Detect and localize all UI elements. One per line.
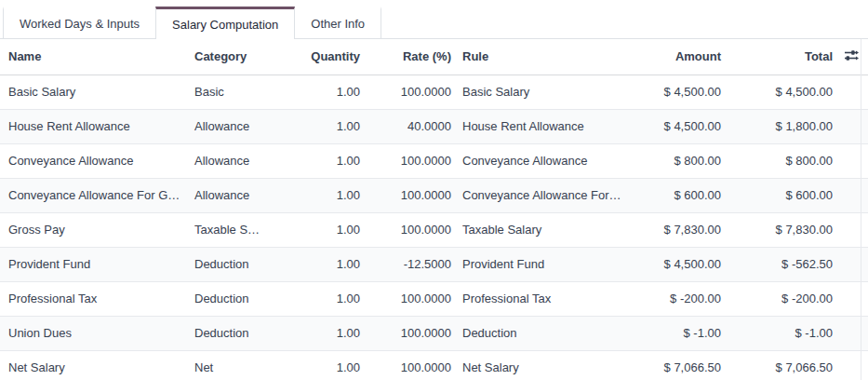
category-cell: Taxable S… <box>186 212 288 247</box>
rate-cell: 100.0000 <box>363 316 454 350</box>
rule-name-cell: Basic Salary <box>0 75 186 109</box>
rule-cell: Provident Fund <box>454 247 631 281</box>
row-icon-spacer <box>835 350 868 380</box>
rule-name-cell: Gross Pay <box>0 212 186 247</box>
table-row[interactable]: Conveyance Allowance For G… Allowance 1.… <box>0 178 868 212</box>
row-icon-spacer <box>835 143 868 178</box>
rule-name-cell: Union Dues <box>0 316 186 350</box>
rule-name-cell: Professional Tax <box>0 281 186 316</box>
quantity-cell: 1.00 <box>288 75 363 109</box>
category-cell: Net <box>186 350 288 380</box>
amount-cell: $ -200.00 <box>631 281 724 316</box>
category-cell: Basic <box>186 75 288 109</box>
amount-cell: $ 4,500.00 <box>631 247 724 281</box>
amount-cell: $ 600.00 <box>631 178 724 212</box>
row-icon-spacer <box>835 212 868 247</box>
rule-name-cell: Conveyance Allowance For G… <box>0 178 186 212</box>
rate-cell: 100.0000 <box>363 75 454 109</box>
optional-columns-button[interactable] <box>835 39 868 75</box>
column-options-sliders-icon[interactable] <box>844 48 860 65</box>
rate-cell: 40.0000 <box>363 109 454 143</box>
total-cell: $ 1,800.00 <box>724 109 835 143</box>
row-icon-spacer <box>835 247 868 281</box>
category-cell: Deduction <box>186 281 288 316</box>
table-row[interactable]: Professional Tax Deduction 1.00 100.0000… <box>0 281 868 316</box>
table-row[interactable]: Basic Salary Basic 1.00 100.0000 Basic S… <box>0 75 868 109</box>
quantity-cell: 1.00 <box>288 212 363 247</box>
quantity-cell: 1.00 <box>288 350 363 380</box>
row-icon-spacer <box>835 316 868 350</box>
quantity-cell: 1.00 <box>288 143 363 178</box>
table-row[interactable]: Union Dues Deduction 1.00 100.0000 Deduc… <box>0 316 868 350</box>
quantity-cell: 1.00 <box>288 109 363 143</box>
category-cell: Allowance <box>186 143 288 178</box>
rate-cell: 100.0000 <box>363 178 454 212</box>
rule-cell: House Rent Allowance <box>454 109 631 143</box>
amount-cell: $ 7,066.50 <box>631 350 724 380</box>
total-cell: $ -562.50 <box>724 247 835 281</box>
tab-other-info[interactable]: Other Info <box>294 7 381 38</box>
tab-salary-computation[interactable]: Salary Computation <box>155 7 295 39</box>
rule-name-cell: Net Salary <box>0 350 186 380</box>
amount-cell: $ 7,830.00 <box>631 212 724 247</box>
total-cell: $ -200.00 <box>724 281 835 316</box>
rate-cell: 100.0000 <box>363 143 454 178</box>
table-header-row: Name Category Quantity Rate (%) Rule Amo… <box>0 39 868 75</box>
table-row[interactable]: Net Salary Net 1.00 100.0000 Net Salary … <box>0 350 868 380</box>
quantity-cell: 1.00 <box>288 178 363 212</box>
row-icon-spacer <box>835 75 868 109</box>
rule-cell: Professional Tax <box>454 281 631 316</box>
column-header-rule[interactable]: Rule <box>454 39 631 75</box>
table-right-border <box>861 39 861 380</box>
tab-worked-days-inputs[interactable]: Worked Days & Inputs <box>3 7 156 38</box>
column-header-amount[interactable]: Amount <box>631 39 724 75</box>
amount-cell: $ 800.00 <box>631 143 724 178</box>
quantity-cell: 1.00 <box>288 316 363 350</box>
total-cell: $ 600.00 <box>724 178 835 212</box>
total-cell: $ 4,500.00 <box>724 75 835 109</box>
quantity-cell: 1.00 <box>288 247 363 281</box>
rule-name-cell: Conveyance Allowance <box>0 143 186 178</box>
salary-computation-table: Name Category Quantity Rate (%) Rule Amo… <box>0 39 868 380</box>
category-cell: Deduction <box>186 316 288 350</box>
row-icon-spacer <box>835 178 868 212</box>
amount-cell: $ 4,500.00 <box>631 109 724 143</box>
category-cell: Allowance <box>186 178 288 212</box>
rate-cell: 100.0000 <box>363 281 454 316</box>
rule-cell: Taxable Salary <box>454 212 631 247</box>
total-cell: $ 7,830.00 <box>724 212 835 247</box>
category-cell: Deduction <box>186 247 288 281</box>
rule-cell: Basic Salary <box>454 75 631 109</box>
quantity-cell: 1.00 <box>288 281 363 316</box>
column-header-rate[interactable]: Rate (%) <box>363 39 454 75</box>
rate-cell: 100.0000 <box>363 212 454 247</box>
rule-cell: Conveyance Allowance For… <box>454 178 631 212</box>
notebook-tab-strip: Worked Days & Inputs Salary Computation … <box>0 0 868 39</box>
rule-cell: Net Salary <box>454 350 631 380</box>
table-row[interactable]: House Rent Allowance Allowance 1.00 40.0… <box>0 109 868 143</box>
table-row[interactable]: Provident Fund Deduction 1.00 -12.5000 P… <box>0 247 868 281</box>
amount-cell: $ 4,500.00 <box>631 75 724 109</box>
salary-table-body: Basic Salary Basic 1.00 100.0000 Basic S… <box>0 75 868 380</box>
category-cell: Allowance <box>186 109 288 143</box>
rule-cell: Conveyance Allowance <box>454 143 631 178</box>
amount-cell: $ -1.00 <box>631 316 724 350</box>
column-header-category[interactable]: Category <box>186 39 288 75</box>
rate-cell: 100.0000 <box>363 350 454 380</box>
total-cell: $ -1.00 <box>724 316 835 350</box>
total-cell: $ 800.00 <box>724 143 835 178</box>
table-row[interactable]: Gross Pay Taxable S… 1.00 100.0000 Taxab… <box>0 212 868 247</box>
column-header-quantity[interactable]: Quantity <box>288 39 363 75</box>
row-icon-spacer <box>835 281 868 316</box>
table-row[interactable]: Conveyance Allowance Allowance 1.00 100.… <box>0 143 868 178</box>
column-header-name[interactable]: Name <box>0 39 186 75</box>
rule-name-cell: Provident Fund <box>0 247 186 281</box>
rule-name-cell: House Rent Allowance <box>0 109 186 143</box>
payslip-lines-panel: Worked Days & Inputs Salary Computation … <box>0 0 868 380</box>
row-icon-spacer <box>835 109 868 143</box>
total-cell: $ 7,066.50 <box>724 350 835 380</box>
rule-cell: Deduction <box>454 316 631 350</box>
column-header-total[interactable]: Total <box>724 39 835 75</box>
rate-cell: -12.5000 <box>363 247 454 281</box>
